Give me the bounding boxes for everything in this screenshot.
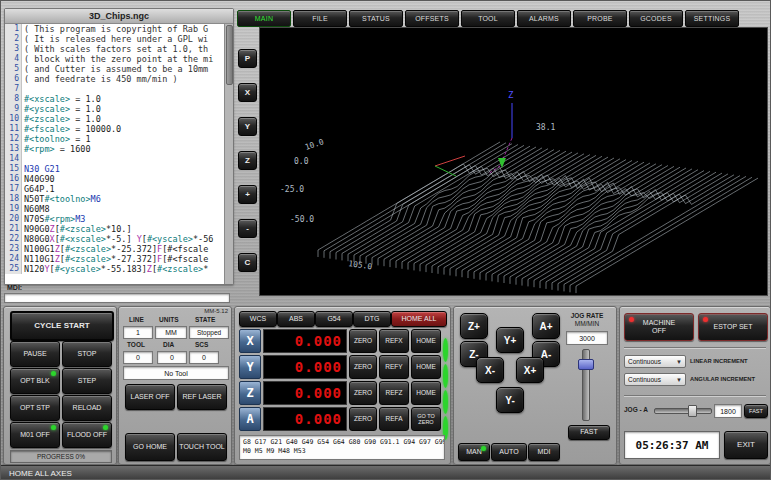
line-number: 24 (5, 254, 22, 264)
tab-status[interactable]: STATUS (349, 10, 403, 27)
go-home-button[interactable]: GO HOME (125, 433, 175, 461)
dtg-button[interactable]: DTG (353, 311, 391, 327)
optional-block-button[interactable]: OPT BLK (10, 368, 60, 394)
gcode-line[interactable]: 22N80G0X[#<xscale>*-5.] Y[#<yscale>*-56 (5, 234, 225, 244)
zero-a-button[interactable]: ZERO (349, 407, 377, 431)
refx-button[interactable]: REFX (379, 329, 409, 353)
gcode-text: N40G90 (22, 174, 55, 184)
reload-button[interactable]: RELOAD (62, 395, 112, 421)
gcode-line[interactable]: 11#<fscale> = 10000.0 (5, 124, 225, 134)
gcode-line[interactable]: 18N50T#<toolno>M6 (5, 194, 225, 204)
tab-alarms[interactable]: ALARMS (517, 10, 571, 27)
line-number: 11 (5, 124, 22, 134)
gcode-line[interactable]: 9#<yscale> = 1.0 (5, 104, 225, 114)
jog-z-plus-button[interactable]: Z+ (460, 313, 488, 339)
stop-button[interactable]: STOP (62, 341, 112, 367)
axis-letter-a: A (239, 407, 261, 431)
editor-scrollbar-thumb[interactable] (226, 25, 233, 85)
view-z-button[interactable]: Z (238, 151, 257, 170)
mdi-input[interactable] (4, 293, 230, 303)
ref-laser-button[interactable]: REF LASER (177, 384, 227, 410)
gcode-line[interactable]: 20N70S#<rpm>M3 (5, 214, 225, 224)
gcode-line[interactable]: 10#<zscale> = 1.0 (5, 114, 225, 124)
jog-fast-button[interactable]: FAST (568, 425, 610, 440)
mode-mdi-button[interactable]: MDI (528, 443, 560, 461)
flood-off-button[interactable]: FLOOD OFF (62, 422, 112, 448)
zero-x-button[interactable]: ZERO (349, 329, 377, 353)
gcode-line[interactable]: 12#<toolno> = 1 (5, 134, 225, 144)
gcode-line[interactable]: 8#<xscale> = 1.0 (5, 94, 225, 104)
jog-a-fast-button[interactable]: FAST (744, 404, 768, 418)
home-all-button[interactable]: HOME ALL (391, 311, 447, 327)
plot-label-tick3: -25.0 (280, 185, 304, 194)
gcode-line[interactable]: 2( It is released here under a GPL wi (5, 34, 225, 44)
jog-rate-slider-thumb[interactable] (578, 359, 594, 370)
gcode-line[interactable]: 23N100G1Z[#<zscale>*-25.372]F[#<fscale (5, 244, 225, 254)
tab-file[interactable]: FILE (293, 10, 347, 27)
gcode-line[interactable]: 15N30 G21 (5, 164, 225, 174)
view-perspective-button[interactable]: P (238, 49, 257, 68)
gcode-line[interactable]: 25N120Y[#<yscale>*-55.183]Z[#<zscale>* (5, 264, 225, 274)
jog-y-plus-button[interactable]: Y+ (496, 327, 524, 353)
jog-a-slider-thumb[interactable] (688, 405, 697, 417)
zoom-in-button[interactable]: + (238, 185, 257, 204)
home-x-button[interactable]: HOME (411, 329, 441, 353)
gcode-line[interactable]: 13#<rpm> = 1600 (5, 144, 225, 154)
abs-button[interactable]: ABS (277, 311, 315, 327)
zero-z-button[interactable]: ZERO (349, 381, 377, 405)
gcode-line[interactable]: 6( and feedrate is 450 mm/min ) (5, 74, 225, 84)
mode-auto-button[interactable]: AUTO (491, 443, 527, 461)
view-x-button[interactable]: X (238, 83, 257, 102)
home-y-button[interactable]: HOME (411, 355, 441, 379)
jog-y-minus-button[interactable]: Y- (496, 387, 524, 413)
estop-button[interactable]: ESTOP SET (698, 313, 768, 341)
toolpath-preview[interactable]: 10.00.0-25.0-50.0105.038.1Z (260, 28, 767, 295)
tab-tool[interactable]: TOOL (461, 10, 515, 27)
refa-button[interactable]: REFA (379, 407, 409, 431)
editor-scrollbar[interactable] (224, 24, 233, 284)
step-button[interactable]: STEP (62, 368, 112, 394)
gcode-line[interactable]: 7 (5, 84, 225, 94)
refy-button[interactable]: REFY (379, 355, 409, 379)
zero-y-button[interactable]: ZERO (349, 355, 377, 379)
gcode-line[interactable]: 14 (5, 154, 225, 164)
touch-tool-button[interactable]: TOUCH TOOL (177, 433, 227, 461)
tab-settings[interactable]: SETTINGS (685, 10, 739, 27)
home-z-button[interactable]: HOME (411, 381, 441, 405)
gcode-line[interactable]: 1( This program is copyright of Rab G (5, 24, 225, 34)
g54-button[interactable]: G54 (315, 311, 353, 327)
gcode-line[interactable]: 3( With scales factors set at 1.0, th (5, 44, 225, 54)
gcode-line[interactable]: 24N110G1Z[#<zscale>*-27.372]F[#<fscale (5, 254, 225, 264)
wcs-button[interactable]: WCS (239, 311, 277, 327)
jog-a-plus-button[interactable]: A+ (532, 313, 560, 339)
tab-main[interactable]: MAIN (237, 10, 291, 27)
angular-increment-select[interactable]: Continuous▼ (624, 373, 686, 386)
gcode-line[interactable]: 5( and Cutter is assumed to be a 10mm (5, 64, 225, 74)
jog-a-slider-track[interactable] (654, 408, 712, 414)
tab-probe[interactable]: PROBE (573, 10, 627, 27)
gcode-line[interactable]: 4( block with the zero point at the mi (5, 54, 225, 64)
gcode-line[interactable]: 19N60M8 (5, 204, 225, 214)
gcode-line[interactable]: 21N90G0Z[#<zscale>*10.] (5, 224, 225, 234)
gcode-line[interactable]: 17G64P.1 (5, 184, 225, 194)
jog-x-plus-button[interactable]: X+ (516, 357, 544, 383)
tab-gcodes[interactable]: GCODES (629, 10, 683, 27)
exit-button[interactable]: EXIT (724, 431, 768, 459)
m01-off-button[interactable]: M01 OFF (10, 422, 60, 448)
gcode-line[interactable]: 16N40G90 (5, 174, 225, 184)
view-y-button[interactable]: Y (238, 117, 257, 136)
cycle-start-button[interactable]: CYCLE START (10, 311, 114, 341)
laser-off-button[interactable]: LASER OFF (125, 384, 175, 410)
clear-plot-button[interactable]: C (238, 253, 257, 272)
jog-x-minus-button[interactable]: X- (476, 357, 504, 383)
refz-button[interactable]: REFZ (379, 381, 409, 405)
tab-offsets[interactable]: OFFSETS (405, 10, 459, 27)
go-to-zero-button[interactable]: GO TO ZERO (411, 407, 441, 431)
pause-button[interactable]: PAUSE (10, 341, 60, 367)
zoom-out-button[interactable]: - (238, 219, 257, 238)
mode-man-button[interactable]: MAN (458, 443, 490, 461)
machine-off-button[interactable]: MACHINE OFF (624, 313, 694, 341)
optional-stop-button[interactable]: OPT STP (10, 395, 60, 421)
linear-increment-select[interactable]: Continuous▼ (624, 355, 686, 368)
m01-led (51, 425, 56, 430)
